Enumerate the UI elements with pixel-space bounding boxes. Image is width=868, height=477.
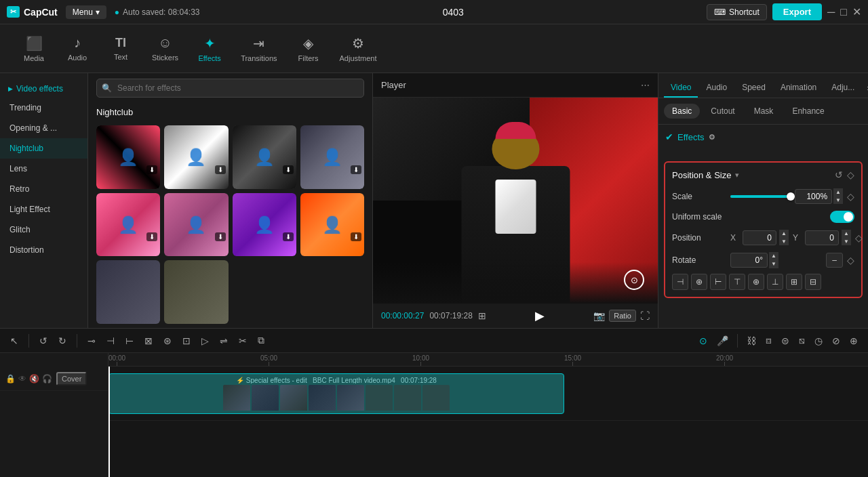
subtab-mask[interactable]: Mask: [746, 104, 782, 119]
minimize-button[interactable]: ─: [827, 6, 835, 18]
player-target-icon[interactable]: ⊙: [624, 270, 644, 290]
tl-speed-button[interactable]: ◷: [811, 333, 826, 348]
tl-split-button[interactable]: ⊸: [84, 333, 99, 348]
effect-download-icon[interactable]: ⬇: [351, 232, 361, 241]
align-right-button[interactable]: ⊢: [710, 274, 726, 290]
track-headphone-button[interactable]: 🎧: [42, 374, 52, 383]
tab-audio[interactable]: Audio: [699, 79, 734, 98]
effect-disco-ball[interactable]: 👤 ⬇ Disco Ball 1: [233, 193, 296, 257]
align-extra2-button[interactable]: ⊟: [805, 274, 821, 290]
tool-adjustment[interactable]: ⚙ Adjustment: [332, 31, 385, 66]
sidebar-item-glitch[interactable]: Glitch: [0, 220, 87, 240]
shortcut-button[interactable]: ⌨ Shortcut: [707, 4, 767, 20]
scale-slider-thumb[interactable]: [787, 192, 795, 201]
scale-slider[interactable]: [730, 195, 791, 198]
effect-more-2[interactable]: ...: [164, 260, 228, 324]
subtab-basic[interactable]: Basic: [664, 104, 700, 119]
tool-transitions[interactable]: ⇥ Transitions: [233, 31, 285, 66]
effect-black-flash[interactable]: 👤 ⬇ Black Flash II: [233, 125, 296, 189]
tl-layer-button[interactable]: ⧉: [254, 333, 268, 348]
track-hide-button[interactable]: 👁: [18, 374, 26, 383]
tool-text[interactable]: TI Text: [100, 32, 141, 65]
cover-button[interactable]: Cover: [56, 372, 87, 386]
align-center-v-button[interactable]: ⊕: [748, 274, 764, 290]
rotate-flip-button[interactable]: –: [826, 253, 843, 268]
tab-adjust[interactable]: Adju...: [825, 79, 861, 98]
effect-download-icon[interactable]: ⬇: [283, 232, 294, 241]
effect-flash-vibration[interactable]: 👤 ⬇ Flash Vibration: [164, 125, 228, 189]
tl-link-button[interactable]: ⛓: [743, 333, 760, 348]
playhead[interactable]: [108, 367, 110, 477]
tl-remove-bg-button[interactable]: ⊘: [829, 333, 844, 348]
scale-up-button[interactable]: ▲: [833, 188, 843, 196]
effect-more-1[interactable]: ...: [96, 260, 160, 324]
effect-shadow-native[interactable]: 👤 ⬇ Shado...ative: [300, 125, 364, 189]
effect-download-icon[interactable]: ⬇: [351, 165, 361, 174]
tl-transform-button[interactable]: ⊡: [179, 333, 194, 348]
effect-download-icon[interactable]: ⬇: [215, 232, 226, 241]
play-button[interactable]: ▶: [535, 308, 545, 323]
effect-shake[interactable]: 👤 ⬇ Shake: [164, 193, 228, 257]
align-center-h-button[interactable]: ⊕: [691, 274, 707, 290]
sidebar-item-trending[interactable]: Trending: [0, 98, 87, 118]
tl-zoom-in-button[interactable]: ⊕: [846, 333, 861, 348]
rotate-up-button[interactable]: ▲: [769, 252, 778, 260]
align-left-button[interactable]: ⊣: [672, 274, 688, 290]
track-lock-button[interactable]: 🔒: [5, 374, 16, 383]
tl-trim-left-button[interactable]: ⊣: [103, 333, 118, 348]
tl-select-button[interactable]: ↖: [7, 333, 22, 348]
tab-speed[interactable]: Speed: [735, 79, 772, 98]
video-clip[interactable]: ⚡ Special effects - edit BBC Full Length…: [108, 373, 564, 414]
tab-video[interactable]: Video: [664, 79, 698, 98]
align-top-button[interactable]: ⊤: [729, 274, 745, 290]
more-tabs-button[interactable]: ›: [863, 79, 868, 98]
scale-input[interactable]: [795, 189, 832, 204]
effect-camera-shake[interactable]: 👤 ⬇ Camera Shake: [96, 193, 160, 257]
tl-audio-link-button[interactable]: ⊜: [778, 333, 793, 348]
sidebar-item-lens[interactable]: Lens: [0, 159, 87, 179]
uniform-scale-toggle[interactable]: [830, 211, 854, 223]
pos-x-down-button[interactable]: ▼: [779, 238, 789, 246]
subtab-enhance[interactable]: Enhance: [784, 104, 832, 119]
tool-audio[interactable]: ♪ Audio: [57, 31, 98, 66]
tl-magnetic-button[interactable]: ⊙: [696, 333, 711, 348]
tl-pip-button[interactable]: ⧅: [795, 333, 808, 348]
scale-keyframe-button[interactable]: ◇: [847, 191, 854, 202]
rotate-down-button[interactable]: ▼: [769, 260, 778, 268]
sidebar-item-opening[interactable]: Opening & ...: [0, 118, 87, 138]
sidebar-item-retro[interactable]: Retro: [0, 179, 87, 199]
pos-y-up-button[interactable]: ▲: [842, 230, 851, 238]
align-extra1-button[interactable]: ⊞: [786, 274, 802, 290]
pos-size-diamond-button[interactable]: ◇: [847, 169, 854, 180]
tl-delete-button[interactable]: ⊠: [141, 333, 156, 348]
tl-trim-right-button[interactable]: ⊢: [122, 333, 137, 348]
sidebar-item-nightclub[interactable]: Nightclub: [0, 138, 87, 159]
maximize-button[interactable]: □: [840, 6, 847, 18]
position-y-input[interactable]: [805, 230, 839, 245]
sidebar-item-distortion[interactable]: Distortion: [0, 240, 87, 260]
effect-download-icon[interactable]: ⬇: [283, 165, 294, 174]
rotate-keyframe-button[interactable]: ◇: [847, 255, 854, 266]
tl-clip-link-button[interactable]: ⧈: [762, 333, 775, 348]
tl-voice-button[interactable]: 🎤: [713, 333, 732, 348]
align-bottom-button[interactable]: ⊥: [767, 274, 783, 290]
tab-animation[interactable]: Animation: [774, 79, 823, 98]
tl-play-button[interactable]: ▷: [198, 333, 212, 348]
effect-download-icon[interactable]: ⬇: [146, 165, 157, 174]
rotate-input[interactable]: [730, 253, 768, 268]
tl-crop-button[interactable]: ✂: [235, 333, 250, 348]
tool-filters[interactable]: ◈ Filters: [288, 31, 329, 66]
close-button[interactable]: ✕: [852, 5, 861, 18]
effect-download-icon[interactable]: ⬇: [215, 165, 226, 174]
export-button[interactable]: Export: [772, 3, 822, 20]
timeline-grid-button[interactable]: ⊞: [478, 310, 486, 321]
tl-mirror-button[interactable]: ⇌: [216, 333, 231, 348]
screenshot-button[interactable]: 📷: [593, 310, 605, 321]
menu-button[interactable]: Menu ▾: [66, 5, 106, 19]
effect-download-icon[interactable]: ⬇: [146, 232, 157, 241]
effect-split-flicker[interactable]: 👤 ⬇ Split Flicker: [96, 125, 160, 189]
tl-redo-button[interactable]: ↻: [55, 333, 70, 348]
position-keyframe-button[interactable]: ◇: [855, 232, 863, 243]
scale-down-button[interactable]: ▼: [833, 196, 843, 205]
position-x-input[interactable]: [743, 230, 776, 245]
